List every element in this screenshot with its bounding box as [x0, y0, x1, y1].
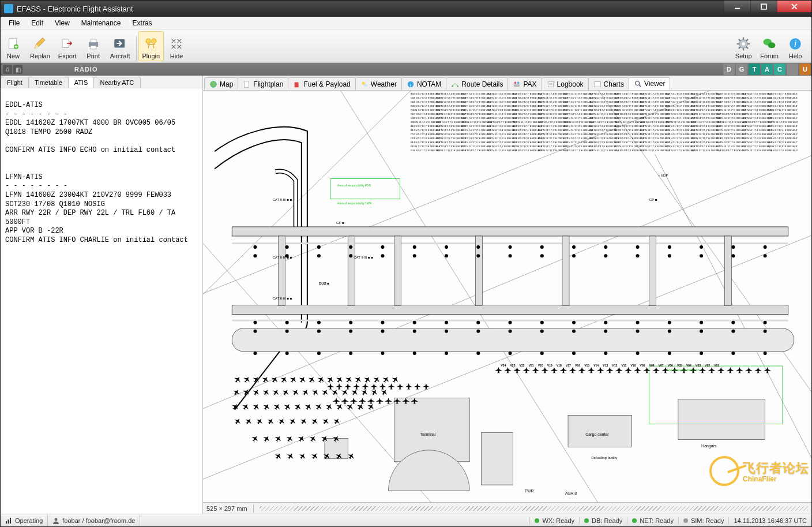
- radio-btn-t[interactable]: T: [749, 63, 760, 75]
- tab-map[interactable]: Map: [204, 77, 238, 90]
- toolbar-hide-button[interactable]: Hide: [164, 31, 189, 61]
- svg-text:○ VDF: ○ VDF: [658, 174, 668, 177]
- svg-point-438: [764, 352, 767, 355]
- radio-btn-g[interactable]: G: [736, 63, 747, 75]
- app-icon: [4, 4, 13, 13]
- svg-text:V06: V06: [668, 364, 673, 367]
- svg-point-390: [317, 321, 321, 324]
- svg-point-382: [604, 254, 607, 257]
- menu-extras[interactable]: Extras: [127, 17, 158, 29]
- svg-rect-299: [279, 236, 285, 306]
- tab-viewer[interactable]: Viewer: [629, 77, 670, 90]
- svg-point-358: [381, 245, 384, 249]
- svg-text:Terminal: Terminal: [420, 432, 436, 436]
- svg-text:V07: V07: [659, 364, 664, 367]
- radio-icon-1[interactable]: ⎙: [3, 65, 12, 74]
- svg-point-374: [349, 254, 352, 257]
- hide-icon: [168, 35, 185, 53]
- tab-flight[interactable]: Flight: [1, 77, 29, 88]
- toolbar-plugin-button[interactable]: Plugin: [138, 31, 164, 61]
- chart-status-bar: 525 × 297 mm: [203, 502, 811, 514]
- toolbar-print-button[interactable]: Print: [81, 31, 106, 61]
- menu-edit[interactable]: Edit: [25, 17, 49, 29]
- svg-line-20: [746, 46, 748, 48]
- svg-text:F15  N 51°17,6'  E 006°46,8': F15 N 51°17,6' E 006°46,8': [768, 145, 798, 148]
- window-minimize-button[interactable]: [724, 1, 750, 12]
- svg-text:V21: V21: [529, 364, 534, 367]
- tab-atis[interactable]: ATIS: [68, 77, 95, 88]
- svg-point-389: [285, 321, 289, 324]
- svg-point-365: [604, 245, 607, 249]
- svg-point-372: [285, 254, 289, 257]
- toolbar-help-button[interactable]: i Help: [783, 31, 808, 61]
- chart-ruler: [260, 506, 808, 511]
- tab-weather[interactable]: Weather: [355, 77, 402, 90]
- radio-btn-d[interactable]: D: [723, 63, 735, 75]
- tab-nearby-atc[interactable]: Nearby ATC: [93, 77, 140, 88]
- fuel-icon: [293, 80, 301, 88]
- svg-rect-305: [724, 236, 731, 306]
- svg-point-367: [668, 245, 671, 249]
- svg-text:D13  N 51°17,0'  E 006°46,6': D13 N 51°17,0' E 006°46,6': [768, 137, 798, 140]
- tab-logbook[interactable]: Logbook: [542, 77, 589, 90]
- radio-icon-2[interactable]: ◧: [13, 65, 22, 74]
- svg-text:V03: V03: [696, 364, 701, 367]
- svg-point-356: [317, 245, 321, 249]
- svg-rect-301: [394, 236, 401, 306]
- radio-btn-u[interactable]: U: [799, 63, 811, 75]
- svg-text:Area of responsibility DFS: Area of responsibility DFS: [667, 368, 701, 372]
- chart-viewer[interactable]: A01 N 51°17,0' E 006°46,0'A01 N 51°17,1'…: [203, 91, 811, 502]
- svg-point-373: [317, 254, 321, 257]
- toolbar-forum-button[interactable]: Forum: [756, 31, 783, 61]
- toolbar-help-label: Help: [789, 53, 802, 59]
- toolbar-export-button[interactable]: Export: [54, 31, 81, 61]
- svg-rect-303: [562, 236, 569, 306]
- svg-point-368: [700, 245, 703, 249]
- tab-flightplan[interactable]: Flightplan: [238, 77, 288, 90]
- radio-btn-blank[interactable]: [787, 63, 798, 75]
- svg-text:Refuelling facility: Refuelling facility: [591, 456, 617, 459]
- info-icon: i: [407, 80, 415, 88]
- window-title: EFASS - Electronic Flight Assistant: [17, 5, 724, 13]
- window-maximize-button[interactable]: [750, 1, 777, 12]
- svg-text:V05: V05: [677, 364, 682, 367]
- svg-point-413: [509, 330, 512, 333]
- menu-maintenance[interactable]: Maintenance: [76, 17, 127, 29]
- svg-point-424: [317, 352, 321, 355]
- svg-text:V02: V02: [705, 364, 710, 367]
- svg-text:V23: V23: [510, 364, 516, 367]
- menu-file[interactable]: File: [3, 17, 25, 29]
- window-close-button[interactable]: [777, 1, 811, 12]
- svg-point-11: [146, 39, 151, 43]
- svg-text:A10  N 51°17,1'  E 006°46,3': A10 N 51°17,1' E 006°46,3': [768, 125, 798, 128]
- chart-dimensions: 525 × 297 mm: [206, 505, 247, 512]
- chart-icon: [593, 80, 602, 88]
- tab-notam[interactable]: iNOTAM: [401, 77, 446, 90]
- svg-text:V13: V13: [603, 364, 608, 367]
- toolbar-separator: [136, 36, 137, 61]
- svg-line-22: [739, 46, 740, 48]
- svg-point-432: [572, 352, 576, 355]
- toolbar-aircraft-button[interactable]: Aircraft: [106, 31, 134, 61]
- tab-pax[interactable]: PAX: [507, 77, 542, 90]
- tab-charts[interactable]: Charts: [588, 77, 629, 90]
- toolbar-setup-button[interactable]: Setup: [731, 31, 756, 61]
- svg-text:V22: V22: [520, 364, 525, 367]
- tab-route-details[interactable]: Route Details: [446, 77, 508, 90]
- svg-point-376: [413, 254, 416, 257]
- svg-rect-42: [594, 81, 600, 87]
- printer-icon: [85, 35, 102, 53]
- menu-view[interactable]: View: [49, 17, 76, 29]
- svg-point-417: [636, 330, 640, 333]
- radio-btn-c[interactable]: C: [774, 63, 785, 75]
- toolbar-new-button[interactable]: New: [1, 31, 26, 61]
- tab-fuel-payload[interactable]: Fuel & Payload: [288, 77, 355, 90]
- toolbar-replan-button[interactable]: Replan: [26, 31, 54, 61]
- svg-text:V16: V16: [575, 364, 580, 367]
- radio-btn-a[interactable]: A: [761, 63, 773, 75]
- svg-text:E05  N 51°17,6'  E 006°46,8': E05 N 51°17,6' E 006°46,8': [768, 104, 798, 107]
- status-sim: SIM: Ready: [678, 517, 728, 524]
- svg-point-404: [764, 321, 767, 324]
- tab-timetable[interactable]: Timetable: [28, 77, 69, 88]
- svg-point-35: [457, 85, 458, 87]
